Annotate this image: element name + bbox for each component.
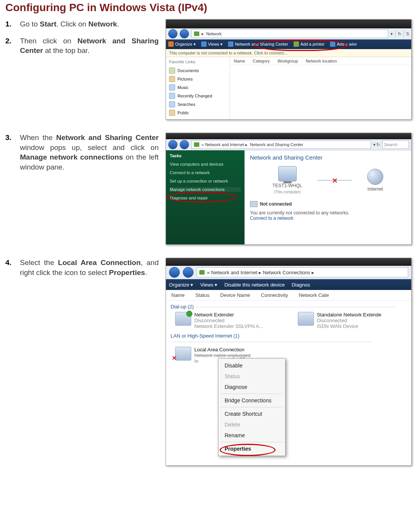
group-lan: LAN or High-Speed Internet (1) — [171, 333, 407, 344]
disable-device-button[interactable]: Disable this network device — [224, 282, 285, 288]
tasks-header: Tasks — [170, 153, 241, 158]
error-badge-icon: ✕ — [172, 354, 177, 362]
page-title: Configuring PC in Windows Vista (IPv4) — [5, 2, 412, 14]
connection-icon: ✕ — [175, 347, 191, 361]
task-view-computers[interactable]: View computers and devices — [170, 162, 241, 166]
not-connected-label: Not connected — [250, 201, 406, 207]
network-icon — [194, 31, 199, 36]
sidebar-item-music[interactable]: Music — [169, 83, 227, 92]
disconnected-icon: ✕ — [332, 176, 338, 185]
views-button[interactable]: Views ▾ — [201, 41, 223, 47]
screenshot-sharing-center: « Network and Internet ▸ Network and Sha… — [166, 133, 412, 245]
address-bar[interactable]: « Network and Internet ▸ Network Connect… — [197, 267, 408, 277]
task-connect-network[interactable]: Connect to a network — [170, 170, 241, 175]
network-sharing-center-button[interactable]: Network and Sharing Center — [228, 41, 288, 47]
sidebar-item-documents[interactable]: Documents — [169, 66, 227, 75]
network-diagram: TEST1-WHQL (This computer) ✕ Internet — [250, 166, 406, 194]
addr-dropdown-icon[interactable]: ▾ — [391, 31, 393, 36]
control-panel-icon — [199, 270, 205, 275]
sidebar-item-public[interactable]: Public — [169, 109, 227, 117]
screenshot-network-explorer: ▸ Network ▾ ↻ S Organize ▾ Views ▾ Netwo… — [166, 19, 412, 120]
screenshot-network-connections: « Network and Internet ▸ Network Connect… — [166, 258, 412, 466]
ctx-item-create-shortcut[interactable]: Create Shortcut — [219, 408, 284, 419]
ok-badge-icon — [186, 311, 192, 317]
ctx-item-bridge-connections[interactable]: Bridge Connections — [219, 395, 284, 406]
organize-button[interactable]: Organize ▾ — [168, 41, 196, 47]
sidebar-item-searches[interactable]: Searches — [169, 100, 227, 109]
address-bar[interactable]: ▸ Network — [191, 30, 388, 38]
connection-standalone-extender[interactable]: Standalone Network Extende Disconnected … — [298, 312, 381, 329]
ctx-item-delete: Delete — [219, 419, 284, 430]
addr-dropdown-icon[interactable]: ▾ — [373, 142, 376, 147]
add-printer-button[interactable]: Add a printer — [294, 41, 325, 47]
step-1: 1. Go to Start. Click on Network. — [5, 19, 159, 29]
task-setup-connection[interactable]: Set up a connection or network — [170, 179, 241, 183]
column-headers[interactable]: Name Status Device Name Connectivity Net… — [166, 290, 411, 301]
sidebar-item-pictures[interactable]: Pictures — [169, 75, 227, 83]
nav-fwd-icon[interactable] — [183, 267, 194, 278]
nav-back-icon[interactable] — [169, 267, 180, 278]
computer-icon — [278, 166, 297, 181]
add-wireless-button[interactable]: Add a wire — [330, 41, 357, 47]
connect-link[interactable]: Connect to a network — [250, 216, 406, 221]
task-diagnose-repair[interactable]: Diagnose and repair — [170, 196, 241, 200]
step-4: 4. Select the Local Area Connection, and… — [5, 258, 159, 277]
step-2: 2. Then click on Network and Sharing Cen… — [5, 36, 159, 56]
search-icon[interactable]: S — [406, 31, 409, 36]
nav-back-icon[interactable] — [168, 29, 177, 38]
views-button[interactable]: Views ▾ — [200, 282, 217, 288]
ctx-item-diagnose[interactable]: Diagnose — [219, 382, 284, 392]
organize-button[interactable]: Organize ▾ — [169, 282, 193, 288]
control-panel-icon — [194, 142, 199, 147]
status-message: You are currently not connected to any n… — [250, 210, 406, 216]
ctx-item-rename[interactable]: Rename — [219, 430, 284, 441]
ctx-item-properties[interactable]: Properties — [219, 443, 284, 454]
diagnose-button[interactable]: Diagnos — [292, 282, 310, 288]
context-menu: DisableStatusDiagnoseBridge ConnectionsC… — [218, 358, 286, 456]
internet-icon — [367, 169, 383, 185]
ctx-item-status: Status — [219, 371, 284, 382]
connection-local-area[interactable]: ✕ Local Area Connection Network cable un… — [175, 347, 407, 364]
column-headers[interactable]: Name Category Workgroup Network location — [230, 57, 411, 65]
group-dialup: Dial-up (2) — [171, 304, 407, 310]
connection-icon — [175, 312, 191, 326]
nav-fwd-icon[interactable] — [180, 29, 189, 38]
search-input[interactable]: Search — [382, 140, 409, 149]
task-manage-connections[interactable]: Manage network connections — [170, 187, 241, 192]
connection-network-extender[interactable]: Network Extender Disconnected Network Ex… — [175, 312, 263, 329]
step-3: 3. When the Network and Sharing Center w… — [5, 133, 159, 172]
connection-icon — [298, 312, 314, 326]
refresh-icon[interactable]: ↻ — [398, 31, 401, 36]
refresh-icon[interactable]: ↻ — [376, 142, 380, 147]
main-title: Network and Sharing Center — [250, 154, 406, 161]
nav-fwd-icon[interactable] — [180, 140, 189, 149]
info-bar[interactable]: This computer is not connected to a netw… — [166, 49, 411, 57]
nav-back-icon[interactable] — [168, 140, 177, 149]
favorite-links-header: Favorite Links — [169, 59, 227, 64]
sidebar-item-recent[interactable]: Recently Changed — [169, 92, 227, 100]
ctx-item-disable[interactable]: Disable — [219, 360, 284, 371]
address-bar[interactable]: « Network and Internet ▸ Network and Sha… — [191, 140, 371, 149]
